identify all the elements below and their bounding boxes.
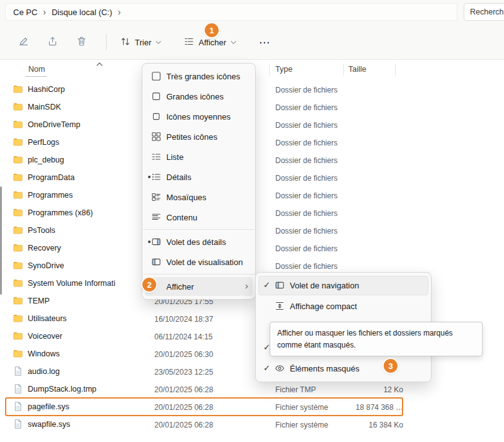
- rename-button[interactable]: [11, 31, 35, 54]
- file-name: TEMP: [28, 297, 50, 305]
- folder-icon: [13, 225, 23, 235]
- menu-item-label: Grandes icônes: [166, 92, 224, 101]
- menu-item-label: Très grandes icônes: [166, 72, 240, 81]
- rename-icon: [18, 36, 29, 48]
- file-name: Programmes: [28, 191, 73, 200]
- file-row[interactable]: swapfile.sys20/01/2025 06:28Fichier syst…: [0, 416, 428, 433]
- file-type: Dossier de fichiers: [275, 139, 338, 147]
- share-button[interactable]: [40, 31, 64, 54]
- view-menu-item[interactable]: Volet de visualisation: [142, 252, 255, 272]
- annotation-step-2: 2: [142, 278, 156, 292]
- folder-icon: [13, 137, 23, 147]
- view-menu-item[interactable]: Liste: [142, 147, 255, 167]
- file-type: Fichier système: [275, 421, 328, 429]
- submenu-item-label: Éléments masqués: [290, 364, 360, 373]
- toolbar: Trier Afficher ⋯: [0, 25, 504, 59]
- view-icon: [184, 37, 194, 48]
- s-icon: [151, 132, 161, 142]
- breadcrumb-item-ce-pc[interactable]: Ce PC: [13, 8, 37, 17]
- file-icon: [13, 401, 23, 412]
- delete-button[interactable]: [69, 31, 93, 54]
- file-size: 18 874 368 …: [340, 403, 403, 412]
- l-icon: [151, 91, 161, 101]
- view-menu-item[interactable]: Contenu: [142, 207, 255, 227]
- view-menu-item[interactable]: Volet des détails: [142, 232, 255, 252]
- column-divider[interactable]: [395, 64, 396, 76]
- search-text: Recherch: [470, 8, 504, 16]
- view-menu-item[interactable]: Très grandes icônes: [142, 66, 255, 86]
- selected-indicator: [148, 241, 151, 243]
- search-input[interactable]: Recherch: [464, 3, 504, 21]
- file-row[interactable]: DumpStack.log.tmp20/01/2025 06:28Fichier…: [0, 380, 428, 398]
- folder-icon: [13, 242, 23, 253]
- more-options-button[interactable]: ⋯: [254, 31, 275, 54]
- file-date-modified: 20/01/2025 06:28: [154, 385, 213, 394]
- folder-icon: [13, 313, 23, 324]
- column-header-size[interactable]: Taille: [348, 65, 367, 74]
- chevron-right-icon[interactable]: ›: [43, 8, 46, 16]
- file-type: Dossier de fichiers: [275, 121, 338, 130]
- view-menu-item[interactable]: Afficher›: [142, 276, 255, 297]
- pane-left-icon: [275, 280, 285, 290]
- column-divider[interactable]: [343, 64, 344, 76]
- check-icon: ✓: [263, 363, 270, 373]
- menu-item-label: Détails: [166, 173, 192, 182]
- column-header-name[interactable]: Nom: [28, 65, 45, 74]
- view-menu-item[interactable]: Petites icônes: [142, 127, 255, 147]
- menu-item-label: Petites icônes: [166, 132, 217, 142]
- annotation-step-3: 3: [384, 359, 398, 373]
- file-name: ProgramData: [28, 173, 74, 182]
- file-icon: [13, 383, 23, 394]
- file-type: Dossier de fichiers: [275, 191, 338, 200]
- breadcrumb[interactable]: Ce PC › Disque local (C:) ›: [5, 3, 457, 21]
- file-type: Dossier de fichiers: [275, 103, 338, 112]
- menu-item-label: Contenu: [166, 213, 197, 222]
- file-type: Dossier de fichiers: [275, 227, 338, 235]
- show-submenu-item[interactable]: ✓Volet de navigation: [256, 275, 431, 296]
- menu-item-label: Volet de visualisation: [166, 258, 243, 267]
- file-name: Recovery: [28, 244, 61, 252]
- file-row[interactable]: pagefile.sys20/01/2025 06:28Fichier syst…: [0, 398, 428, 416]
- submenu-item-label: Affichage compact: [290, 302, 357, 311]
- m-icon: [151, 111, 161, 122]
- menu-item-label: Mosaïques: [166, 193, 207, 202]
- view-menu-item[interactable]: Grandes icônes: [142, 86, 255, 106]
- file-type: Dossier de fichiers: [275, 209, 338, 218]
- view-menu-item[interactable]: Détails: [142, 167, 255, 187]
- column-header-type[interactable]: Type: [275, 65, 292, 74]
- trash-icon: [76, 36, 87, 48]
- menu-item-label: Volet des détails: [166, 237, 226, 247]
- column-divider[interactable]: [269, 64, 270, 76]
- file-icon: [13, 366, 23, 377]
- xl-icon: [151, 71, 161, 81]
- chevron-right-icon[interactable]: ›: [118, 8, 121, 16]
- file-name: Windows: [28, 349, 60, 358]
- view-menu-item[interactable]: Icônes moyennes: [142, 106, 255, 127]
- chevron-down-icon: [156, 38, 161, 47]
- sort-ascending-icon: [96, 60, 103, 69]
- file-size: 12 Ko: [340, 385, 403, 394]
- file-date-modified: 20/01/2025 06:28: [154, 421, 213, 429]
- submenu-item-label: Volet de navigation: [290, 281, 359, 290]
- file-name: OneDriveTemp: [28, 120, 80, 129]
- file-name: System Volume Informati: [28, 279, 115, 288]
- sort-label: Trier: [135, 38, 151, 47]
- folder-icon: [13, 190, 23, 200]
- file-type: Dossier de fichiers: [275, 156, 338, 165]
- view-menu-item[interactable]: Mosaïques: [142, 187, 255, 207]
- file-date-modified: 06/11/2024 14:15: [154, 332, 213, 341]
- share-icon: [47, 36, 58, 48]
- sort-button[interactable]: Trier: [114, 31, 168, 54]
- folder-icon: [13, 172, 23, 183]
- breadcrumb-item-disque-local[interactable]: Disque local (C:): [52, 8, 112, 17]
- file-type: Dossier de fichiers: [275, 262, 338, 271]
- show-submenu-item[interactable]: Affichage compact: [256, 296, 431, 317]
- file-date-modified: 20/01/2025 06:30: [154, 350, 213, 359]
- folder-icon: [13, 207, 23, 218]
- folder-icon: [13, 260, 23, 271]
- vertical-scrollbar[interactable]: [0, 186, 2, 295]
- toolbar-divider: [106, 34, 106, 50]
- compact-icon: [275, 301, 285, 311]
- menu-item-label: Icônes moyennes: [166, 112, 231, 122]
- show-submenu-item[interactable]: ✓Éléments masqués: [256, 358, 431, 379]
